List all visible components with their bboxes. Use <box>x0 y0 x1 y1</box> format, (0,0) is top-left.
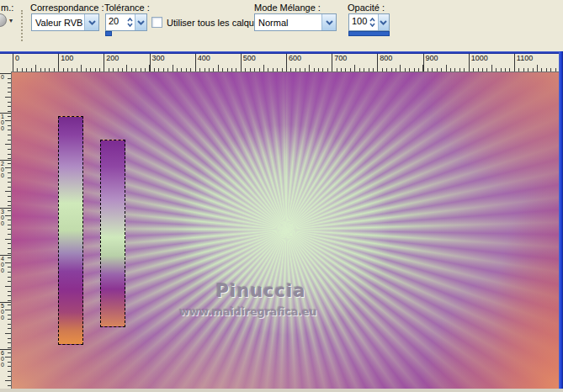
correspondance-select[interactable]: Valeur RVB <box>31 13 99 31</box>
v-ruler-label: 100 <box>0 113 11 131</box>
chevron-down-icon[interactable] <box>378 14 389 30</box>
clipped-left-label: m.: <box>1 3 13 13</box>
h-ruler-label: 500 <box>241 54 256 72</box>
chevron-down-icon[interactable] <box>84 14 98 30</box>
tool-preset-dropdown-icon[interactable]: ▾ <box>9 17 13 24</box>
tolerance-slider-handle[interactable] <box>105 31 112 36</box>
correspondance-value: Valeur RVB <box>32 18 84 28</box>
v-ruler-label: 500 <box>0 302 11 320</box>
h-ruler-label: 900 <box>423 54 438 72</box>
h-ruler-label: 0 <box>13 54 19 72</box>
opacity-label: Opacité : <box>348 3 385 13</box>
watermark-url: www.maidiregrafica.eu <box>177 305 320 318</box>
spinner-updown-icon[interactable] <box>125 14 135 30</box>
opacity-value[interactable]: 100 <box>349 14 368 30</box>
selection-bar-2-fill <box>100 140 125 327</box>
tolerance-spinner[interactable]: 20 <box>105 13 147 31</box>
h-ruler-label: 800 <box>377 54 392 72</box>
h-ruler-label: 200 <box>104 54 119 72</box>
h-ruler-label: 1000 <box>469 54 488 72</box>
tool-preset-icon[interactable] <box>0 13 7 27</box>
use-all-layers-checkbox[interactable] <box>151 17 162 28</box>
use-all-layers-label: Utiliser tous les calques <box>167 18 264 28</box>
opacity-spinner[interactable]: 100 <box>348 13 390 31</box>
blend-mode-label: Mode Mélange : <box>254 3 321 13</box>
image-window-right-border <box>559 51 563 389</box>
chevron-down-icon[interactable] <box>135 14 146 30</box>
watermark-title: Pinuccia <box>202 281 320 301</box>
blend-mode-value: Normal <box>255 18 321 28</box>
tolerance-value[interactable]: 20 <box>106 14 125 30</box>
ruler-corner <box>0 54 11 72</box>
selection-bar-1-fill <box>58 116 83 345</box>
paint-shop-pro-window: m.: ▾ Correspondance : Valeur RVB Toléra… <box>0 0 563 392</box>
v-ruler-label: 300 <box>0 208 11 226</box>
toolbar-separator <box>21 10 23 41</box>
v-ruler-label: 200 <box>0 160 11 178</box>
tolerance-label: Tolérance : <box>104 3 150 13</box>
v-ruler-label: 0 <box>0 73 11 80</box>
h-ruler-label: 700 <box>332 54 347 72</box>
h-ruler-label: 1100 <box>514 54 533 72</box>
chevron-down-icon[interactable] <box>321 14 336 30</box>
h-ruler-label: 100 <box>58 54 73 72</box>
h-ruler-label: 300 <box>150 54 165 72</box>
selection-bar-1[interactable] <box>58 116 83 345</box>
horizontal-ruler: 010020030040050060070080090010001100 <box>11 54 557 72</box>
correspondance-label: Correspondance : <box>30 3 104 13</box>
vertical-ruler: 0100200300400500600 <box>0 72 11 389</box>
selection-bar-2[interactable] <box>100 140 125 327</box>
blend-mode-select[interactable]: Normal <box>254 13 337 31</box>
opacity-slider-track[interactable] <box>348 31 390 36</box>
h-ruler-label: 400 <box>195 54 210 72</box>
tool-options-toolbar: m.: ▾ Correspondance : Valeur RVB Toléra… <box>0 0 563 51</box>
v-ruler-label: 400 <box>0 255 11 273</box>
h-ruler-label: 600 <box>286 54 301 72</box>
v-ruler-label: 600 <box>0 349 11 368</box>
spinner-updown-icon[interactable] <box>368 14 378 30</box>
image-canvas[interactable]: Pinuccia www.maidiregrafica.eu <box>11 72 559 389</box>
bottom-strip <box>0 389 563 392</box>
